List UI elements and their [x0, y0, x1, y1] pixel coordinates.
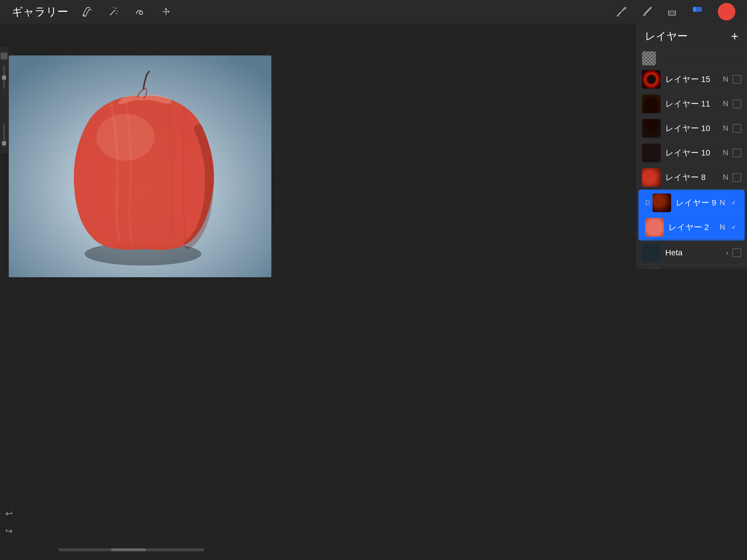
layer-checkbox-heta[interactable]	[732, 248, 741, 257]
layer-blend-layer11: N	[723, 99, 728, 108]
layer-thumbnail-heta	[642, 244, 661, 262]
layers-header: レイヤー +	[636, 23, 747, 50]
canvas-scrollbar[interactable]	[58, 548, 204, 551]
layer-blend-layer15: N	[723, 75, 728, 84]
layer-thumbnail-layer15	[642, 70, 661, 89]
smudge-icon-button[interactable]	[640, 4, 654, 19]
layer-blend-layer2: N	[720, 223, 725, 232]
layer-thumbnail-layer8	[642, 168, 661, 187]
layer-row-checker[interactable]	[636, 50, 747, 67]
undo-redo-group: ↩ ↪	[3, 507, 15, 537]
redo-button[interactable]: ↪	[3, 525, 15, 537]
layer-checkbox-layer2[interactable]	[729, 223, 738, 232]
color-swatch-button[interactable]	[718, 3, 735, 20]
toolbar-right	[615, 3, 735, 20]
layer-row-layer10a[interactable]: レイヤー 10 N	[636, 116, 747, 141]
svg-line-3	[116, 7, 117, 9]
opacity-slider-thumb[interactable]	[2, 76, 6, 80]
drawing-canvas	[9, 55, 272, 277]
layer-name-heta: Heta	[665, 248, 726, 257]
layer-blend-layer10a: N	[723, 124, 728, 133]
svg-point-0	[83, 15, 85, 16]
layer-name-layer10a: レイヤー 10	[665, 123, 723, 134]
wrench-icon-button[interactable]	[80, 4, 95, 19]
layer-thumbnail-layer10a	[642, 119, 661, 138]
undo-button[interactable]: ↩	[3, 507, 15, 519]
svg-rect-9	[696, 7, 702, 12]
canvas-area: ↩ ↪	[0, 23, 747, 560]
opacity-slider[interactable]	[3, 66, 5, 89]
layer-blend-layer10b: N	[723, 148, 728, 157]
layer-row-layer2[interactable]: レイヤー 2 N	[639, 215, 744, 239]
layer-blend-layer8: N	[723, 173, 728, 182]
size-slider[interactable]	[3, 124, 5, 147]
layer-row-heta[interactable]: Heta ›	[636, 240, 747, 265]
sidebar-tool-1[interactable]	[1, 53, 7, 59]
layer-row-layer9[interactable]: D レイヤー 9 N	[639, 190, 744, 215]
size-slider-thumb[interactable]	[2, 141, 6, 145]
layers-panel-title: レイヤー	[645, 29, 688, 44]
layer-name-layer9: レイヤー 9	[676, 197, 720, 208]
layer-checkbox-layer15[interactable]	[732, 75, 741, 84]
brush-icon-button[interactable]	[615, 4, 629, 19]
layer-thumbnail-layer10b	[642, 144, 661, 162]
magic-wand-icon-button[interactable]	[106, 4, 121, 19]
left-sidebar	[0, 47, 8, 153]
layer-thumbnail-apple	[642, 268, 661, 269]
transform-icon-button[interactable]	[159, 4, 173, 19]
layer-row-layer11[interactable]: レイヤー 11 N	[636, 92, 747, 116]
layer-checkbox-layer8[interactable]	[732, 173, 741, 182]
layer-name-layer2: レイヤー 2	[669, 222, 720, 233]
toolbar: ギャラリー	[0, 0, 747, 23]
layer-row-layer10b[interactable]: レイヤー 10 N	[636, 141, 747, 165]
heta-expand-arrow[interactable]: ›	[726, 249, 728, 257]
layer-checkbox-layer10a[interactable]	[732, 124, 741, 133]
svg-line-5	[116, 14, 117, 14]
layer-name-layer15: レイヤー 15	[665, 74, 723, 85]
add-layer-button[interactable]: +	[731, 30, 738, 43]
eraser-icon-button[interactable]	[665, 4, 679, 19]
layer-row-layer8[interactable]: レイヤー 8 N	[636, 165, 747, 190]
layer-name-layer8: レイヤー 8	[665, 172, 723, 183]
selection-icon-button[interactable]	[132, 4, 147, 19]
layers-panel: レイヤー + レイヤー 15 N レイヤー 11 N レイヤー 10 N レイヤ…	[636, 23, 747, 269]
layer-thumbnail-checker	[642, 51, 656, 66]
layer-thumbnail-layer9	[652, 194, 671, 212]
gallery-button[interactable]: ギャラリー	[12, 4, 68, 19]
layer-d-label: D	[645, 199, 650, 207]
scrollbar-thumb[interactable]	[111, 548, 146, 551]
layer-name-layer10b: レイヤー 10	[665, 147, 723, 158]
layer-checkbox-layer9[interactable]	[729, 199, 738, 207]
layer-thumbnail-layer11	[642, 95, 661, 113]
toolbar-left: ギャラリー	[12, 4, 615, 19]
layer-checkbox-layer10b[interactable]	[732, 149, 741, 157]
layers-icon-button[interactable]	[690, 4, 707, 19]
layer-blend-layer9: N	[720, 198, 725, 207]
layer-row-layer15[interactable]: レイヤー 15 N	[636, 67, 747, 92]
svg-line-1	[110, 10, 115, 15]
layer-thumbnail-layer2	[645, 218, 664, 237]
layer-checkbox-layer11[interactable]	[732, 100, 741, 108]
layer-name-layer11: レイヤー 11	[665, 98, 723, 109]
layer-row-apple[interactable]: Apple ›	[636, 265, 747, 269]
svg-point-6	[617, 15, 619, 17]
svg-point-12	[96, 114, 155, 160]
